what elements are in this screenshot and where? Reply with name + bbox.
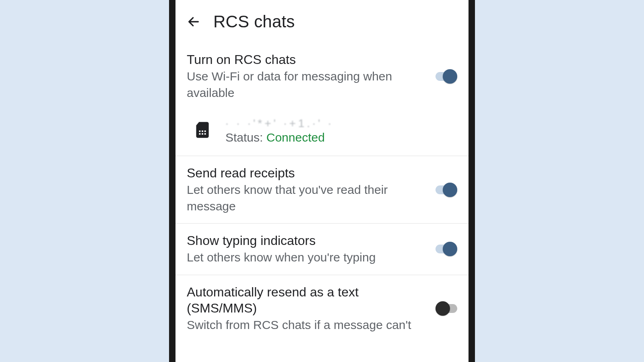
setting-read-receipts[interactable]: Send read receipts Let others know that … [175, 156, 469, 224]
svg-rect-5 [204, 133, 206, 135]
sim-text: · · ·'*+' ·+1.·' · Status: Connected [225, 117, 457, 144]
setting-auto-resend[interactable]: Automatically resend as a text (SMS/MMS)… [175, 275, 469, 342]
setting-subtitle: Let others know when you're typing [187, 249, 427, 266]
setting-text: Automatically resend as a text (SMS/MMS)… [187, 284, 427, 333]
svg-rect-3 [199, 133, 201, 135]
setting-text: Show typing indicators Let others know w… [187, 232, 427, 266]
svg-rect-1 [202, 130, 203, 132]
setting-title: Send read receipts [187, 165, 427, 181]
setting-turn-on-rcs[interactable]: Turn on RCS chats Use Wi-Fi or data for … [175, 43, 469, 110]
sim-card-icon [196, 122, 209, 140]
setting-subtitle: Use Wi-Fi or data for messaging when ava… [187, 68, 427, 101]
setting-title: Show typing indicators [187, 232, 427, 249]
setting-title: Turn on RCS chats [187, 51, 427, 68]
svg-rect-0 [199, 130, 201, 132]
sim-status-row[interactable]: · · ·'*+' ·+1.·' · Status: Connected [175, 110, 469, 156]
page-title: RCS chats [213, 12, 295, 31]
setting-title: Automatically resend as a text (SMS/MMS) [187, 284, 427, 316]
svg-rect-4 [202, 133, 203, 135]
sim-status-line: Status: Connected [225, 131, 457, 144]
sim-status-value: Connected [266, 131, 325, 144]
back-arrow-icon[interactable] [187, 15, 200, 29]
toggle-read-receipts[interactable] [436, 183, 457, 197]
sim-phone-number-masked: · · ·'*+' ·+1.·' · [225, 117, 457, 129]
setting-text: Send read receipts Let others know that … [187, 165, 427, 214]
device-frame: RCS chats Turn on RCS chats Use Wi-Fi or… [169, 0, 475, 362]
settings-list: Turn on RCS chats Use Wi-Fi or data for … [175, 43, 469, 362]
toggle-typing-indicators[interactable] [436, 242, 457, 256]
header: RCS chats [175, 0, 469, 43]
screen: RCS chats Turn on RCS chats Use Wi-Fi or… [175, 0, 469, 362]
toggle-turn-on-rcs[interactable] [436, 69, 457, 84]
toggle-auto-resend[interactable] [436, 301, 457, 316]
setting-typing-indicators[interactable]: Show typing indicators Let others know w… [175, 224, 469, 275]
sim-status-label: Status: [225, 131, 263, 144]
svg-rect-2 [204, 130, 206, 132]
setting-text: Turn on RCS chats Use Wi-Fi or data for … [187, 51, 427, 101]
setting-subtitle: Let others know that you've read their m… [187, 182, 427, 214]
setting-subtitle: Switch from RCS chats if a message can't [187, 317, 427, 333]
